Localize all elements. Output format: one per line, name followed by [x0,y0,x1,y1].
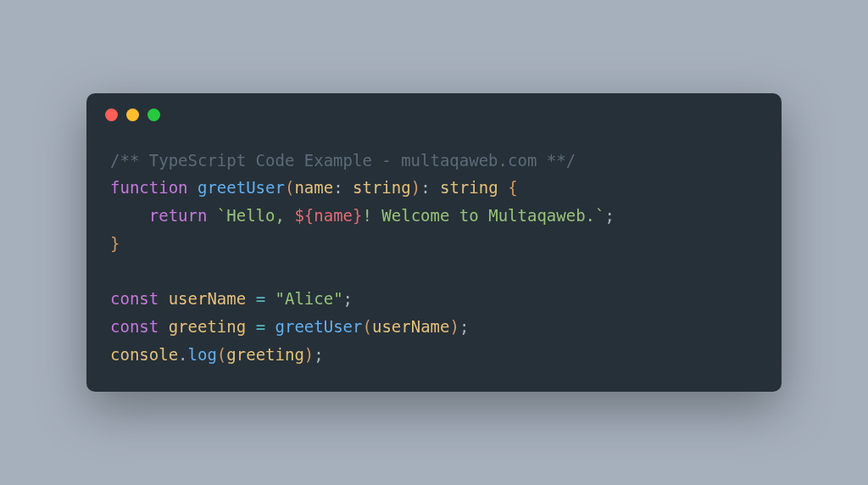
argument: greeting [226,345,304,364]
minimize-icon[interactable] [126,109,139,121]
keyword-const: const [110,317,159,336]
semicolon: ; [604,206,614,225]
interp-variable: name [314,206,353,225]
code-window: /** TypeScript Code Example - multaqaweb… [86,93,782,392]
template-string: ! Welcome to Multaqaweb.` [362,206,604,225]
dot: . [178,345,187,364]
type-annotation: string [353,178,411,197]
window-titlebar [86,93,782,130]
semicolon: ; [459,317,469,336]
keyword-return: return [149,206,208,225]
code-content: /** TypeScript Code Example - multaqaweb… [86,130,782,392]
brace: { [508,178,517,197]
paren: ( [285,178,294,197]
keyword-const: const [110,289,159,308]
paren: ( [217,345,226,364]
argument: userName [372,317,450,336]
method-name: log [188,345,217,364]
function-call: greetUser [275,317,363,336]
close-icon[interactable] [105,109,118,121]
colon: : [333,178,342,197]
interp-close: } [353,206,362,225]
variable-name: userName [169,289,247,308]
operator-eq: = [256,317,265,336]
function-name: greetUser [198,178,285,197]
colon: : [420,178,430,197]
brace: } [110,234,120,253]
paren: ( [362,317,371,336]
paren: ) [304,345,314,364]
operator-eq: = [256,289,265,308]
code-comment: /** TypeScript Code Example - multaqaweb… [110,151,576,170]
param-name: name [294,178,333,197]
paren: ) [411,178,420,197]
paren: ) [449,317,459,336]
template-string: `Hello, [217,206,295,225]
semicolon: ; [314,345,323,364]
keyword-function: function [110,178,188,197]
interp-open: ${ [294,206,314,225]
return-type: string [440,178,498,197]
variable-name: greeting [169,317,247,336]
indent [110,206,149,225]
string-literal: "Alice" [275,289,343,308]
console-object: console [110,345,178,364]
maximize-icon[interactable] [147,109,160,121]
semicolon: ; [343,289,353,308]
